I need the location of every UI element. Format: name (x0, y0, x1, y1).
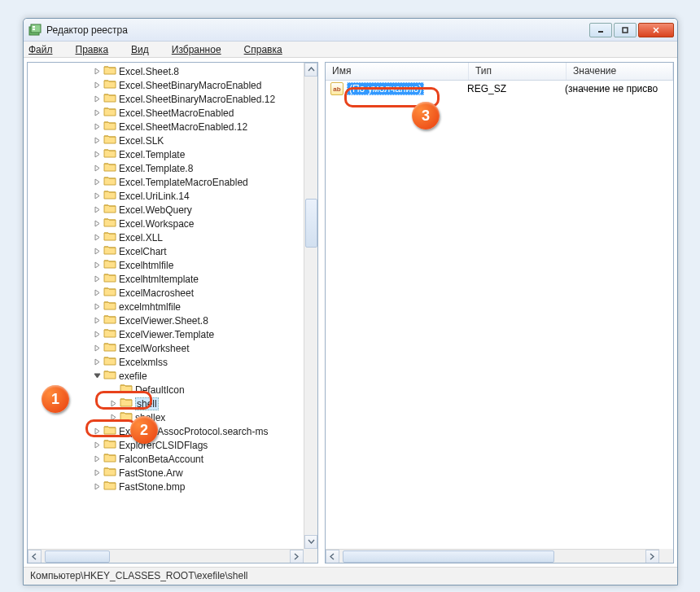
chevron-right-icon (293, 553, 300, 560)
tree-item[interactable]: shellex (28, 410, 304, 424)
close-button[interactable] (638, 23, 674, 37)
scroll-left-button[interactable] (28, 550, 42, 563)
tree-item[interactable]: excelmhtmlfile (28, 300, 304, 314)
expand-icon[interactable] (93, 316, 102, 325)
minimize-button[interactable] (589, 23, 612, 37)
tree-item[interactable]: ExcelViewer.Sheet.8 (28, 314, 304, 327)
tree-item[interactable]: Excel.TemplateMacroEnabled (28, 175, 304, 189)
tree-item[interactable]: FastStone.Arw (28, 466, 304, 480)
titlebar[interactable]: Редактор реестра (24, 19, 677, 42)
expand-icon[interactable] (93, 247, 102, 256)
expand-icon[interactable] (93, 274, 102, 283)
expand-icon[interactable] (93, 205, 102, 214)
folder-icon (103, 327, 119, 341)
tree-item[interactable]: Excel.Template (28, 147, 304, 161)
menu-file[interactable]: Файл (28, 44, 64, 55)
expand-icon[interactable] (93, 219, 102, 228)
expand-icon[interactable] (93, 108, 102, 117)
tree-item[interactable]: Excel.SheetMacroEnabled.12 (28, 120, 304, 134)
expand-icon[interactable] (93, 164, 102, 173)
tree-item[interactable]: Excel.SheetBinaryMacroEnabled (28, 78, 304, 92)
col-name[interactable]: Имя (326, 63, 469, 80)
vscroll-track[interactable] (304, 77, 317, 535)
menu-edit[interactable]: Правка (76, 44, 120, 55)
scroll-up-button[interactable] (304, 63, 317, 77)
tree-item[interactable]: Excel.SheetBinaryMacroEnabled.12 (28, 92, 304, 106)
expand-icon[interactable] (93, 344, 102, 353)
tree-item[interactable]: ExcelChart (28, 244, 304, 258)
tree-item[interactable]: Excel.WebQuery (28, 203, 304, 217)
expand-icon[interactable] (109, 399, 118, 408)
scroll-right-button[interactable] (645, 550, 659, 563)
expand-icon[interactable] (93, 261, 102, 270)
tree-hscrollbar[interactable] (28, 549, 304, 563)
tree-item[interactable]: ExplorerCLSIDFlags (28, 438, 304, 452)
hscroll-thumb[interactable] (45, 550, 110, 563)
tree-item[interactable]: Excelxmlss (28, 355, 304, 369)
value-row-default[interactable]: ab (По умолчанию) REG_SZ (значение не пр… (326, 81, 673, 97)
tree-item[interactable]: Excel.UriLink.14 (28, 189, 304, 203)
expand-icon[interactable] (93, 330, 102, 339)
maximize-button[interactable] (614, 23, 637, 37)
tree-item[interactable]: exefile (28, 369, 304, 383)
tree-item[interactable]: ExcelViewer.Template (28, 327, 304, 341)
hscroll-track[interactable] (42, 550, 290, 563)
vscroll-thumb[interactable] (305, 199, 317, 248)
expand-icon[interactable] (93, 468, 102, 477)
hscroll-track[interactable] (339, 550, 645, 563)
registry-tree[interactable]: Excel.Sheet.8Excel.SheetBinaryMacroEnabl… (28, 63, 304, 549)
folder-icon (120, 383, 135, 397)
col-type[interactable]: Тип (469, 63, 567, 80)
menu-favorites[interactable]: Избранное (172, 44, 233, 55)
expand-icon[interactable] (93, 233, 102, 242)
expand-icon[interactable] (93, 136, 102, 145)
tree-item[interactable]: Excel.SLK (28, 134, 304, 147)
tree-vscrollbar[interactable] (304, 63, 317, 549)
scroll-left-button[interactable] (326, 550, 339, 563)
tree-item[interactable]: Excel.XLL (28, 230, 304, 244)
expand-icon[interactable] (93, 454, 102, 463)
expand-icon[interactable] (93, 94, 102, 103)
tree-item[interactable]: Excel.Sheet.8 (28, 64, 304, 78)
tree-item[interactable]: Excel.Template.8 (28, 161, 304, 175)
values-hscrollbar[interactable] (326, 549, 659, 563)
tree-item[interactable]: FastStone.bmp (28, 480, 304, 493)
expand-icon[interactable] (93, 67, 102, 76)
expand-icon[interactable] (109, 413, 118, 422)
expand-icon[interactable] (93, 441, 102, 449)
tree-item[interactable]: DefaultIcon (28, 383, 304, 397)
tree-item[interactable]: Excel.SheetMacroEnabled (28, 106, 304, 120)
folder-icon (103, 314, 119, 327)
tree-item[interactable]: Excelhtmlfile (28, 258, 304, 272)
collapse-icon[interactable] (93, 371, 102, 380)
expand-icon[interactable] (93, 288, 102, 297)
tree-item[interactable]: Excelhtmltemplate (28, 272, 304, 286)
menu-view[interactable]: Вид (131, 44, 160, 55)
expand-icon[interactable] (109, 385, 118, 394)
expand-icon[interactable] (93, 427, 102, 436)
expand-icon[interactable] (93, 150, 102, 159)
expand-icon[interactable] (93, 357, 102, 366)
tree-item[interactable]: Excel.Workspace (28, 217, 304, 230)
tree-item[interactable]: Explorer.AssocProtocol.search-ms (28, 424, 304, 438)
scroll-right-button[interactable] (290, 550, 304, 563)
folder-icon (103, 64, 119, 78)
folder-icon (103, 341, 119, 355)
tree-label: Excelxmlss (119, 357, 168, 368)
expand-icon[interactable] (93, 302, 102, 311)
tree-item[interactable]: ExcelWorksheet (28, 341, 304, 355)
expand-icon[interactable] (93, 191, 102, 200)
scroll-down-button[interactable] (304, 535, 317, 549)
tree-item[interactable]: ExcelMacrosheet (28, 286, 304, 300)
expand-icon[interactable] (93, 122, 102, 131)
hscroll-thumb[interactable] (343, 550, 554, 563)
values-list[interactable]: ab (По умолчанию) REG_SZ (значение не пр… (326, 81, 673, 97)
menu-help[interactable]: Справка (244, 44, 294, 55)
expand-icon[interactable] (93, 482, 102, 491)
expand-icon[interactable] (93, 81, 102, 90)
callout-2: 2 (130, 416, 158, 444)
folder-icon (103, 466, 119, 480)
expand-icon[interactable] (93, 178, 102, 186)
tree-item[interactable]: FalconBetaAccount (28, 452, 304, 466)
col-data[interactable]: Значение (567, 63, 673, 80)
